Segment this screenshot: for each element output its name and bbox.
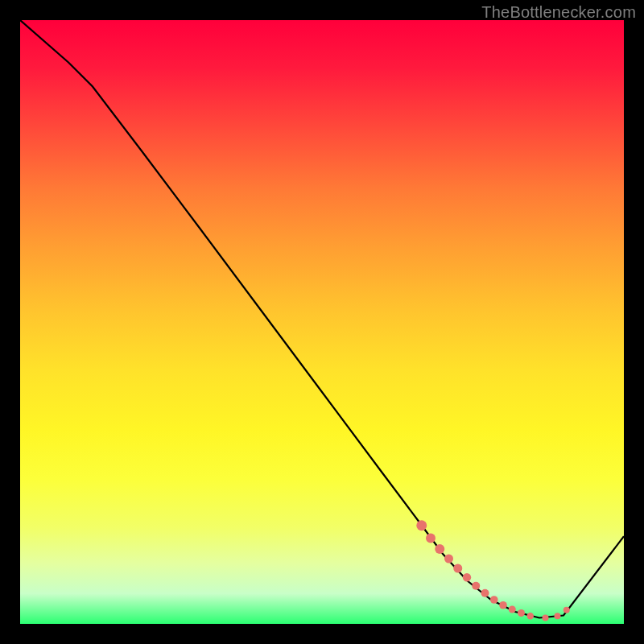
highlight-dot bbox=[518, 609, 525, 617]
curve-line bbox=[20, 20, 624, 618]
highlight-dot bbox=[543, 615, 549, 621]
highlight-dot bbox=[435, 544, 444, 554]
chart-svg bbox=[20, 20, 624, 624]
highlight-dot bbox=[490, 596, 498, 604]
highlight-dot bbox=[499, 601, 507, 609]
highlight-dot bbox=[527, 613, 534, 619]
highlight-dot bbox=[463, 573, 471, 581]
highlight-dot bbox=[481, 589, 489, 597]
highlight-dot bbox=[453, 564, 462, 573]
highlight-dot bbox=[416, 520, 427, 530]
highlight-dot bbox=[426, 534, 436, 543]
highlight-dot bbox=[509, 606, 516, 613]
highlight-dot bbox=[472, 582, 480, 590]
highlight-dot bbox=[555, 613, 561, 619]
highlight-dots bbox=[416, 520, 570, 621]
watermark-text: TheBottlenecker.com bbox=[481, 3, 636, 22]
chart-plot-area bbox=[20, 20, 624, 624]
highlight-dot bbox=[444, 555, 453, 564]
highlight-dot bbox=[564, 607, 570, 613]
